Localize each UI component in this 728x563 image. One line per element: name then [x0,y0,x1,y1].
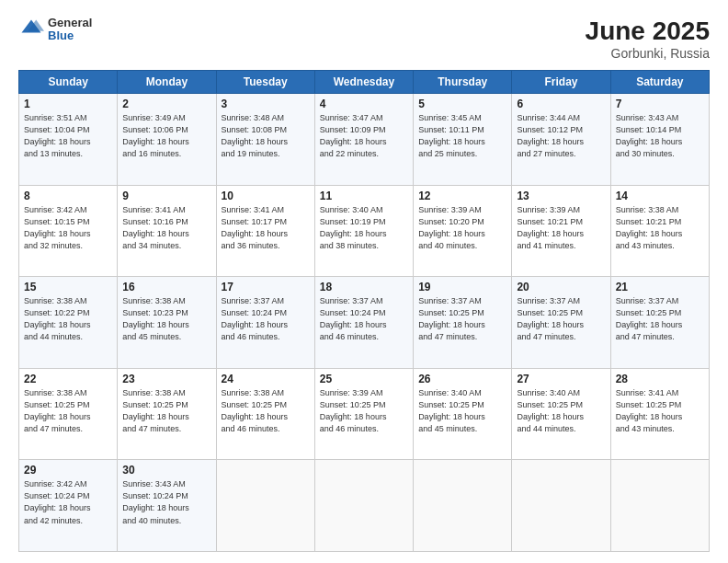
title-block: June 2025 Gorbunki, Russia [586,17,710,61]
calendar-day-cell: 15Sunrise: 3:38 AM Sunset: 10:22 PM Dayl… [19,277,118,369]
day-info: Sunrise: 3:38 AM Sunset: 10:25 PM Daylig… [122,387,210,435]
day-number: 28 [616,373,704,385]
calendar-day-cell [512,460,610,552]
day-info: Sunrise: 3:41 AM Sunset: 10:25 PM Daylig… [616,387,704,435]
header: General Blue June 2025 Gorbunki, Russia [18,17,710,61]
day-number: 5 [418,98,506,110]
calendar-day-cell: 26Sunrise: 3:40 AM Sunset: 10:25 PM Dayl… [414,368,512,460]
day-info: Sunrise: 3:38 AM Sunset: 10:23 PM Daylig… [122,295,210,343]
day-number: 16 [122,281,210,293]
day-number: 26 [418,373,506,385]
calendar-day-cell: 20Sunrise: 3:37 AM Sunset: 10:25 PM Dayl… [512,277,610,369]
day-info: Sunrise: 3:41 AM Sunset: 10:17 PM Daylig… [222,204,310,252]
day-number: 20 [517,281,605,293]
calendar-day-cell: 24Sunrise: 3:38 AM Sunset: 10:25 PM Dayl… [216,368,314,460]
calendar-day-cell: 22Sunrise: 3:38 AM Sunset: 10:25 PM Dayl… [19,368,118,460]
calendar-day-cell [314,460,413,552]
day-info: Sunrise: 3:47 AM Sunset: 10:09 PM Daylig… [320,112,408,160]
calendar-day-cell: 4Sunrise: 3:47 AM Sunset: 10:09 PM Dayli… [314,94,413,186]
calendar-day-cell [610,460,709,552]
day-info: Sunrise: 3:44 AM Sunset: 10:12 PM Daylig… [517,112,605,160]
calendar-day-cell: 21Sunrise: 3:37 AM Sunset: 10:25 PM Dayl… [610,277,709,369]
day-info: Sunrise: 3:49 AM Sunset: 10:06 PM Daylig… [122,112,210,160]
calendar-week-row: 15Sunrise: 3:38 AM Sunset: 10:22 PM Dayl… [19,277,710,369]
day-info: Sunrise: 3:48 AM Sunset: 10:08 PM Daylig… [222,112,310,160]
calendar-day-cell: 14Sunrise: 3:38 AM Sunset: 10:21 PM Dayl… [610,185,709,277]
calendar-day-cell: 18Sunrise: 3:37 AM Sunset: 10:24 PM Dayl… [314,277,413,369]
day-info: Sunrise: 3:37 AM Sunset: 10:24 PM Daylig… [222,295,310,343]
day-info: Sunrise: 3:40 AM Sunset: 10:25 PM Daylig… [418,387,506,435]
calendar-day-cell: 29Sunrise: 3:42 AM Sunset: 10:24 PM Dayl… [19,460,118,552]
calendar-day-cell: 30Sunrise: 3:43 AM Sunset: 10:24 PM Dayl… [118,460,216,552]
calendar-subtitle: Gorbunki, Russia [586,46,710,61]
day-number: 19 [418,281,506,293]
calendar-day-cell: 8Sunrise: 3:42 AM Sunset: 10:15 PM Dayli… [19,185,118,277]
day-of-week-header: Monday [118,71,216,94]
calendar-day-cell [216,460,314,552]
day-number: 6 [517,98,605,110]
day-of-week-header: Tuesday [216,71,314,94]
logo-text: General Blue [48,17,92,43]
calendar-day-cell: 5Sunrise: 3:45 AM Sunset: 10:11 PM Dayli… [414,94,512,186]
day-of-week-header: Wednesday [314,71,413,94]
calendar-day-cell: 28Sunrise: 3:41 AM Sunset: 10:25 PM Dayl… [610,368,709,460]
calendar-day-cell: 2Sunrise: 3:49 AM Sunset: 10:06 PM Dayli… [118,94,216,186]
day-info: Sunrise: 3:37 AM Sunset: 10:25 PM Daylig… [616,295,704,343]
day-info: Sunrise: 3:42 AM Sunset: 10:24 PM Daylig… [24,478,112,526]
day-number: 15 [24,281,112,293]
day-info: Sunrise: 3:39 AM Sunset: 10:25 PM Daylig… [320,387,408,435]
day-number: 21 [616,281,704,293]
calendar-week-row: 8Sunrise: 3:42 AM Sunset: 10:15 PM Dayli… [19,185,710,277]
calendar-day-cell: 10Sunrise: 3:41 AM Sunset: 10:17 PM Dayl… [216,185,314,277]
day-number: 3 [222,98,310,110]
calendar-day-cell: 9Sunrise: 3:41 AM Sunset: 10:16 PM Dayli… [118,185,216,277]
calendar-week-row: 22Sunrise: 3:38 AM Sunset: 10:25 PM Dayl… [19,368,710,460]
day-number: 11 [320,190,408,202]
day-info: Sunrise: 3:38 AM Sunset: 10:22 PM Daylig… [24,295,112,343]
day-number: 29 [24,464,112,477]
day-number: 10 [222,190,310,202]
calendar-header-row: SundayMondayTuesdayWednesdayThursdayFrid… [19,71,710,94]
day-info: Sunrise: 3:37 AM Sunset: 10:25 PM Daylig… [418,295,506,343]
day-number: 30 [122,464,210,477]
day-number: 14 [616,190,704,202]
day-info: Sunrise: 3:42 AM Sunset: 10:15 PM Daylig… [24,204,112,252]
day-number: 13 [517,190,605,202]
logo-blue-text: Blue [48,29,92,42]
day-number: 18 [320,281,408,293]
day-info: Sunrise: 3:38 AM Sunset: 10:25 PM Daylig… [222,387,310,435]
day-info: Sunrise: 3:38 AM Sunset: 10:21 PM Daylig… [616,204,704,252]
day-info: Sunrise: 3:41 AM Sunset: 10:16 PM Daylig… [122,204,210,252]
day-of-week-header: Saturday [610,71,709,94]
day-number: 1 [24,98,112,110]
day-number: 7 [616,98,704,110]
day-number: 24 [222,373,310,385]
calendar-week-row: 29Sunrise: 3:42 AM Sunset: 10:24 PM Dayl… [19,460,710,552]
calendar-title: June 2025 [586,17,710,46]
day-info: Sunrise: 3:40 AM Sunset: 10:25 PM Daylig… [517,387,605,435]
calendar-day-cell: 23Sunrise: 3:38 AM Sunset: 10:25 PM Dayl… [118,368,216,460]
calendar-day-cell: 16Sunrise: 3:38 AM Sunset: 10:23 PM Dayl… [118,277,216,369]
day-of-week-header: Friday [512,71,610,94]
calendar-day-cell: 6Sunrise: 3:44 AM Sunset: 10:12 PM Dayli… [512,94,610,186]
day-number: 25 [320,373,408,385]
day-info: Sunrise: 3:45 AM Sunset: 10:11 PM Daylig… [418,112,506,160]
day-info: Sunrise: 3:39 AM Sunset: 10:20 PM Daylig… [418,204,506,252]
page: General Blue June 2025 Gorbunki, Russia … [0,0,728,563]
calendar-day-cell: 25Sunrise: 3:39 AM Sunset: 10:25 PM Dayl… [314,368,413,460]
logo-icon [18,17,44,42]
day-info: Sunrise: 3:37 AM Sunset: 10:24 PM Daylig… [320,295,408,343]
logo: General Blue [18,17,92,43]
day-info: Sunrise: 3:37 AM Sunset: 10:25 PM Daylig… [517,295,605,343]
day-info: Sunrise: 3:43 AM Sunset: 10:14 PM Daylig… [616,112,704,160]
day-number: 8 [24,190,112,202]
day-number: 22 [24,373,112,385]
day-info: Sunrise: 3:39 AM Sunset: 10:21 PM Daylig… [517,204,605,252]
calendar-day-cell: 19Sunrise: 3:37 AM Sunset: 10:25 PM Dayl… [414,277,512,369]
day-number: 23 [122,373,210,385]
day-number: 4 [320,98,408,110]
day-number: 9 [122,190,210,202]
day-info: Sunrise: 3:40 AM Sunset: 10:19 PM Daylig… [320,204,408,252]
day-number: 17 [222,281,310,293]
calendar-week-row: 1Sunrise: 3:51 AM Sunset: 10:04 PM Dayli… [19,94,710,186]
